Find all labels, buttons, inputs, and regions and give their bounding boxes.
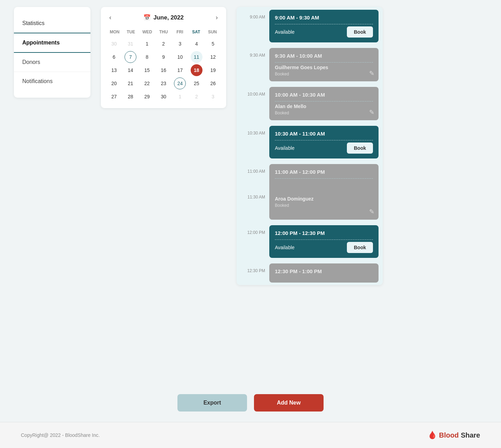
time-label-1100: 11:00 AM (241, 164, 265, 174)
calendar-day[interactable]: 22 (141, 78, 153, 89)
calendar-month-label: June, 2022 (153, 14, 184, 21)
slot-donor-name-1100: Aroa Dominguez (275, 196, 373, 202)
brand-share: Share (461, 431, 480, 439)
calendar-day[interactable]: 6 (108, 51, 120, 63)
calendar-day[interactable]: 29 (141, 91, 153, 103)
calendar-day[interactable]: 4 (191, 38, 202, 50)
sidebar-item-statistics[interactable]: Statistics (14, 14, 90, 33)
book-button-900[interactable]: Book (347, 26, 373, 38)
slot-time-930: 9:30 AM - 10:00 AM (275, 53, 373, 59)
time-label-1000: 10:00 AM (241, 87, 265, 97)
calendar-day[interactable]: 7 (125, 51, 136, 63)
brand-blood: Blood (439, 431, 459, 439)
calendar-day[interactable]: 2 (158, 38, 169, 50)
weekday-wed: WED (139, 28, 156, 36)
calendar-day[interactable]: 30 (158, 91, 169, 103)
edit-icon-1000[interactable]: ✎ (369, 108, 374, 116)
calendar-day[interactable]: 25 (191, 78, 202, 89)
calendar-day[interactable]: 19 (207, 64, 219, 76)
sidebar-item-notifications[interactable]: Notifications (14, 72, 90, 91)
calendar-day[interactable]: 5 (207, 38, 219, 50)
slot-donor-name-930: Guilherme Goes Lopes (275, 65, 373, 70)
sidebar-item-label: Donors (22, 59, 40, 65)
slot-time-1000: 10:00 AM - 10:30 AM (275, 92, 373, 98)
weekday-sat: SAT (188, 28, 204, 36)
slot-card-1100: 11:00 AM - 12:00 PM Aroa Dominguez Booke… (269, 164, 379, 220)
add-new-button[interactable]: Add New (254, 394, 324, 412)
slot-card-1230: 12:30 PM - 1:00 PM (269, 263, 379, 283)
calendar: ‹ 📅 June, 2022 › MON TUE WED THU FRI SAT (101, 7, 226, 108)
calendar-day[interactable]: 27 (108, 91, 120, 103)
calendar-day[interactable]: 15 (141, 64, 153, 76)
time-label-1030: 10:30 AM (241, 126, 265, 136)
calendar-day[interactable]: 16 (158, 64, 169, 76)
slot-group-1230: 12:30 PM 12:30 PM - 1:00 PM (237, 261, 383, 285)
calendar-day[interactable]: 11 (191, 51, 202, 63)
footer-copyright: CopyRight@ 2022 - BloodShare Inc. (21, 432, 100, 438)
slot-time-1100: 11:00 AM - 12:00 PM (275, 169, 373, 175)
footer-brand: 🩸 BloodShare (428, 431, 480, 440)
book-button-1200[interactable]: Book (347, 242, 373, 253)
calendar-day[interactable]: 26 (207, 78, 219, 89)
prev-month-button[interactable]: ‹ (106, 13, 114, 23)
slot-group-900: 9:00 AM 9:00 AM - 9:30 AM Available Book (237, 7, 383, 45)
slot-time-1230: 12:30 PM - 1:00 PM (275, 268, 373, 274)
sidebar-item-donors[interactable]: Donors (14, 53, 90, 72)
calendar-day[interactable]: 12 (207, 51, 219, 63)
weekday-tue: TUE (123, 28, 139, 36)
brand-icon: 🩸 (428, 431, 437, 440)
slot-group-1000: 10:00 AM 10:00 AM - 10:30 AM Alan de Mel… (237, 84, 383, 123)
calendar-day[interactable]: 14 (125, 64, 136, 76)
calendar-day[interactable]: 3 (207, 91, 219, 103)
calendar-day[interactable]: 13 (108, 64, 120, 76)
slot-status-1030: Available (275, 145, 295, 151)
time-label-1230: 12:30 PM (241, 263, 265, 273)
sidebar-item-appointments[interactable]: Appointments (14, 33, 90, 53)
book-button-1030[interactable]: Book (347, 142, 373, 154)
slot-status-1000: Booked (275, 111, 373, 115)
time-label-1130: 11:30 AM (241, 174, 265, 199)
slot-time-1200: 12:00 PM - 12:30 PM (275, 230, 373, 236)
slot-group-930: 9:30 AM 9:30 AM - 10:00 AM Guilherme Goe… (237, 45, 383, 84)
export-button[interactable]: Export (177, 394, 247, 412)
slot-time-1030: 10:30 AM - 11:00 AM (275, 131, 373, 137)
slot-card-900: 9:00 AM - 9:30 AM Available Book (269, 10, 379, 42)
calendar-day[interactable]: 18 (191, 64, 202, 76)
sidebar-item-label: Statistics (22, 20, 45, 26)
calendar-weekdays: MON TUE WED THU FRI SAT SUN (106, 28, 221, 36)
calendar-day[interactable]: 10 (174, 51, 186, 63)
calendar-day[interactable]: 17 (174, 64, 186, 76)
calendar-title: 📅 June, 2022 (143, 14, 184, 21)
slot-card-1000: 10:00 AM - 10:30 AM Alan de Mello Booked… (269, 87, 379, 120)
calendar-day[interactable]: 3 (174, 38, 186, 50)
sidebar-item-label: Appointments (22, 40, 60, 46)
time-label-930: 9:30 AM (241, 48, 265, 58)
weekday-thu: THU (156, 28, 172, 36)
calendar-day[interactable]: 30 (108, 38, 120, 50)
calendar-day[interactable]: 31 (125, 38, 136, 50)
slot-status-1100: Booked (275, 203, 373, 208)
calendar-grid: MON TUE WED THU FRI SAT SUN 303112345678… (106, 28, 221, 103)
next-month-button[interactable]: › (213, 13, 221, 23)
bottom-actions: Export Add New (0, 384, 501, 422)
sidebar-item-label: Notifications (22, 78, 53, 84)
calendar-day[interactable]: 8 (141, 51, 153, 63)
calendar-day[interactable]: 1 (141, 38, 153, 50)
calendar-day[interactable]: 20 (108, 78, 120, 89)
slot-card-1030: 10:30 AM - 11:00 AM Available Book (269, 126, 379, 158)
calendar-day[interactable]: 1 (174, 91, 186, 103)
edit-icon-930[interactable]: ✎ (369, 70, 374, 77)
time-label-900: 9:00 AM (241, 10, 265, 19)
calendar-day[interactable]: 28 (125, 91, 136, 103)
slot-time-900: 9:00 AM - 9:30 AM (275, 15, 373, 21)
slot-card-930: 9:30 AM - 10:00 AM Guilherme Goes Lopes … (269, 48, 379, 81)
time-label-1200: 12:00 PM (241, 225, 265, 235)
edit-icon-1100[interactable]: ✎ (369, 208, 374, 215)
calendar-day[interactable]: 21 (125, 78, 136, 89)
calendar-day[interactable]: 24 (174, 78, 186, 89)
schedule-panel: 9:00 AM 9:00 AM - 9:30 AM Available Book… (237, 7, 383, 285)
slot-group-1100-tall: 11:00 AM 11:30 AM 11:00 AM - 12:00 PM Ar… (237, 161, 383, 222)
calendar-day[interactable]: 2 (191, 91, 202, 103)
calendar-day[interactable]: 9 (158, 51, 169, 63)
calendar-day[interactable]: 23 (158, 78, 169, 89)
